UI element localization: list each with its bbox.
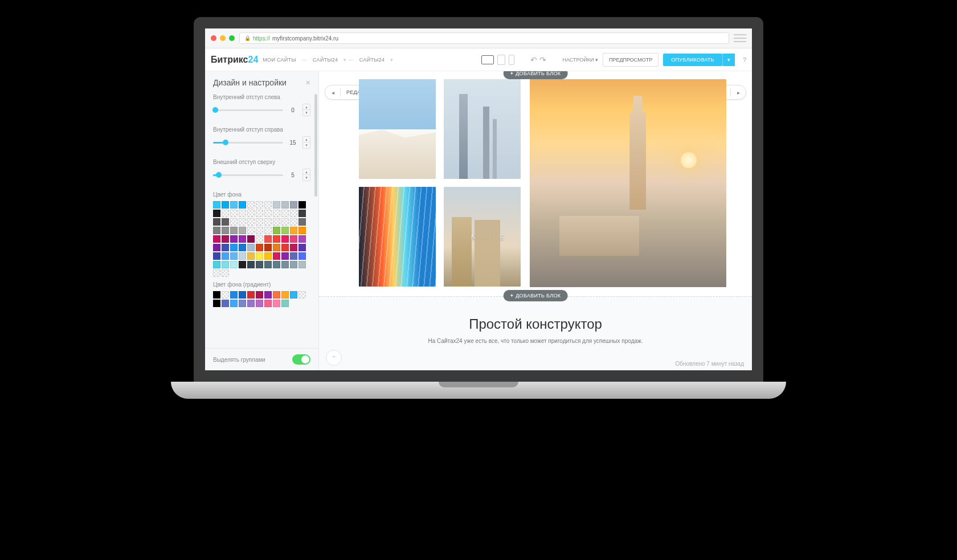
color-swatch[interactable]	[256, 244, 263, 251]
color-swatch[interactable]	[281, 261, 289, 268]
settings-link[interactable]: НАСТРОЙКИ ▾	[562, 57, 598, 63]
color-swatch[interactable]	[281, 300, 289, 307]
publish-dropdown[interactable]: ▾	[722, 54, 735, 66]
preview-button[interactable]: ПРЕДПРОСМОТР	[603, 53, 659, 67]
color-swatch[interactable]	[230, 261, 238, 268]
color-swatch[interactable]	[273, 300, 280, 307]
color-swatch[interactable]	[281, 252, 289, 260]
color-swatch[interactable]	[264, 218, 272, 226]
color-swatch[interactable]	[264, 235, 272, 243]
color-swatch[interactable]	[290, 227, 297, 234]
color-swatch[interactable]	[239, 227, 246, 234]
gallery-image-santorini[interactable]	[359, 79, 436, 179]
color-swatch[interactable]	[256, 201, 263, 209]
spinner[interactable]: ▲▼	[302, 169, 310, 181]
color-swatch[interactable]	[222, 210, 229, 217]
color-swatch[interactable]	[247, 252, 255, 260]
group-highlight-toggle[interactable]	[292, 354, 310, 365]
color-swatch[interactable]	[213, 300, 220, 307]
color-swatch[interactable]	[298, 210, 306, 217]
minimize-window-icon[interactable]	[220, 35, 226, 41]
slider-track[interactable]	[213, 142, 283, 144]
undo-icon[interactable]: ↶	[530, 55, 537, 64]
color-swatch[interactable]	[222, 201, 229, 209]
color-swatch[interactable]	[298, 201, 306, 209]
color-swatch[interactable]	[213, 261, 220, 268]
redo-icon[interactable]: ↷	[539, 55, 546, 64]
color-swatch[interactable]	[264, 201, 272, 209]
color-swatch[interactable]	[281, 235, 289, 243]
color-swatch[interactable]	[273, 261, 280, 268]
color-swatch[interactable]	[213, 252, 220, 260]
color-swatch[interactable]	[281, 227, 289, 234]
color-swatch[interactable]	[213, 210, 220, 217]
color-swatch[interactable]	[230, 235, 238, 243]
color-swatch[interactable]	[273, 244, 280, 251]
color-swatch[interactable]	[222, 300, 229, 307]
color-swatch[interactable]	[247, 227, 255, 234]
color-swatch[interactable]	[247, 261, 255, 268]
color-swatch[interactable]	[222, 252, 229, 260]
color-swatch[interactable]	[239, 252, 246, 260]
color-swatch[interactable]	[247, 218, 255, 226]
add-block-top[interactable]: +ДОБАВИТЬ БЛОК	[504, 71, 568, 79]
color-swatch[interactable]	[298, 244, 306, 251]
color-swatch[interactable]	[298, 252, 306, 260]
color-swatch[interactable]	[264, 291, 272, 299]
color-swatch[interactable]	[239, 201, 246, 209]
color-swatch[interactable]	[290, 244, 297, 251]
color-swatch[interactable]	[281, 210, 289, 217]
color-swatch[interactable]	[298, 227, 306, 234]
color-swatch[interactable]	[222, 244, 229, 251]
color-swatch[interactable]	[213, 201, 220, 209]
spinner[interactable]: ▲▼	[302, 136, 310, 149]
gallery-image-traffic[interactable]	[359, 187, 436, 287]
color-swatch[interactable]	[213, 291, 220, 299]
color-swatch[interactable]	[290, 291, 297, 299]
nav-my-sites[interactable]: МОИ САЙТЫ	[263, 57, 296, 63]
color-swatch[interactable]	[273, 252, 280, 260]
slider-track[interactable]	[213, 174, 283, 176]
prev-block-icon[interactable]: ◂	[325, 85, 340, 99]
color-swatch[interactable]	[213, 244, 220, 251]
color-swatch[interactable]	[230, 300, 238, 307]
color-swatch[interactable]	[230, 244, 238, 251]
color-swatch[interactable]	[239, 300, 246, 307]
color-swatch[interactable]	[247, 300, 255, 307]
color-swatch[interactable]	[239, 218, 246, 226]
color-swatch[interactable]	[239, 261, 246, 268]
color-swatch[interactable]	[256, 210, 263, 217]
color-swatch[interactable]	[230, 218, 238, 226]
color-swatch[interactable]	[230, 252, 238, 260]
color-swatch[interactable]	[298, 261, 306, 268]
color-swatch[interactable]	[298, 291, 306, 299]
color-swatch[interactable]	[256, 300, 263, 307]
color-swatch[interactable]	[264, 252, 272, 260]
color-swatch[interactable]	[281, 218, 289, 226]
color-swatch[interactable]	[298, 218, 306, 226]
color-swatch[interactable]	[247, 244, 255, 251]
color-swatch[interactable]	[298, 235, 306, 243]
color-swatch[interactable]	[247, 235, 255, 243]
color-swatch[interactable]	[256, 218, 263, 226]
color-swatch[interactable]	[222, 227, 229, 234]
gallery-image-towers[interactable]	[444, 79, 521, 179]
color-swatch[interactable]	[256, 235, 263, 243]
color-swatch[interactable]	[222, 218, 229, 226]
color-swatch[interactable]	[222, 235, 229, 243]
url-bar[interactable]: 🔒 https://myfirstcompany.bitrix24.ru	[239, 32, 729, 44]
color-swatch[interactable]	[264, 227, 272, 234]
color-swatch[interactable]	[213, 227, 220, 234]
color-swatch[interactable]	[264, 210, 272, 217]
color-swatch[interactable]	[239, 244, 246, 251]
color-swatch[interactable]	[222, 269, 229, 277]
color-swatch[interactable]	[290, 235, 297, 243]
spinner[interactable]: ▲▼	[302, 104, 310, 116]
close-icon[interactable]: ✕	[305, 79, 310, 87]
color-swatch[interactable]	[230, 291, 238, 299]
color-swatch[interactable]	[264, 244, 272, 251]
color-swatch[interactable]	[264, 300, 272, 307]
color-swatch[interactable]	[290, 210, 297, 217]
color-swatch[interactable]	[290, 218, 297, 226]
color-swatch[interactable]	[273, 218, 280, 226]
